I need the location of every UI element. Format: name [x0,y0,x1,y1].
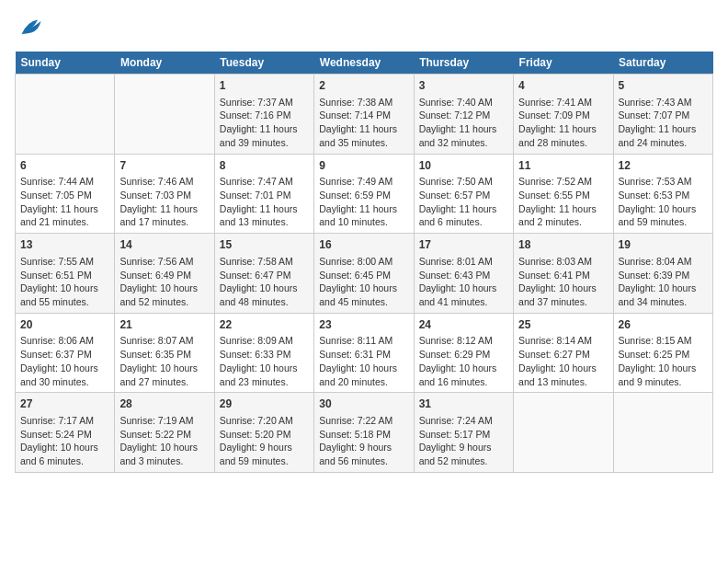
page-header [15,15,713,40]
day-info: Sunset: 7:14 PM [319,109,408,122]
day-info: Sunset: 6:57 PM [419,189,508,202]
day-info: Sunset: 5:22 PM [119,428,209,442]
day-info: Sunset: 6:45 PM [319,269,408,282]
day-info: Daylight: 10 hours and 23 minutes. [220,362,309,388]
day-info: Sunrise: 7:19 AM [119,414,209,428]
calendar-cell: 2Sunrise: 7:38 AMSunset: 7:14 PMDaylight… [314,75,414,155]
day-number: 14 [119,237,209,253]
day-number: 24 [419,317,508,333]
day-number: 21 [119,317,209,333]
day-info: Sunset: 5:18 PM [319,428,408,442]
day-info: Sunrise: 7:47 AM [220,175,309,189]
day-info: Daylight: 10 hours and 59 minutes. [619,202,708,229]
day-number: 31 [419,396,508,412]
header-day-thursday: Thursday [414,52,513,75]
day-info: Daylight: 11 hours and 21 minutes. [20,202,109,229]
day-number: 19 [619,237,708,253]
calendar-cell: 21Sunrise: 8:07 AMSunset: 6:35 PMDayligh… [115,313,214,393]
calendar-cell: 20Sunrise: 8:06 AMSunset: 6:37 PMDayligh… [16,313,115,393]
logo [15,15,44,40]
day-info: Sunrise: 7:58 AM [220,255,309,269]
day-info: Daylight: 10 hours and 13 minutes. [518,362,608,388]
day-info: Sunset: 7:05 PM [20,189,109,202]
day-info: Daylight: 10 hours and 48 minutes. [220,282,309,308]
day-number: 13 [20,237,109,253]
day-info: Sunrise: 7:56 AM [119,255,209,269]
calendar-table: SundayMondayTuesdayWednesdayThursdayFrid… [15,52,713,473]
day-info: Sunset: 6:55 PM [518,189,608,202]
day-number: 29 [220,396,309,412]
calendar-cell: 23Sunrise: 8:11 AMSunset: 6:31 PMDayligh… [314,313,414,393]
day-info: Daylight: 11 hours and 6 minutes. [419,202,508,229]
day-info: Sunrise: 8:12 AM [419,334,508,348]
calendar-cell: 19Sunrise: 8:04 AMSunset: 6:39 PMDayligh… [613,234,712,314]
day-info: Sunset: 5:20 PM [220,428,309,442]
day-info: Sunset: 5:24 PM [20,428,109,442]
calendar-cell: 26Sunrise: 8:15 AMSunset: 6:25 PMDayligh… [613,313,712,393]
day-number: 12 [619,158,708,174]
day-number: 5 [619,78,708,94]
day-number: 4 [518,78,608,94]
calendar-cell: 28Sunrise: 7:19 AMSunset: 5:22 PMDayligh… [115,393,214,473]
day-info: Daylight: 11 hours and 24 minutes. [619,122,708,149]
day-info: Sunrise: 8:09 AM [220,334,309,348]
day-info: Daylight: 10 hours and 37 minutes. [518,282,608,308]
day-info: Daylight: 10 hours and 3 minutes. [119,441,209,467]
day-info: Sunrise: 8:01 AM [419,255,508,269]
day-info: Sunrise: 8:15 AM [619,334,708,348]
day-info: Sunset: 6:41 PM [518,269,608,282]
calendar-cell: 16Sunrise: 8:00 AMSunset: 6:45 PMDayligh… [314,234,414,314]
day-info: Sunset: 7:03 PM [119,189,209,202]
calendar-cell: 11Sunrise: 7:52 AMSunset: 6:55 PMDayligh… [514,154,613,234]
day-info: Daylight: 11 hours and 13 minutes. [220,202,309,229]
day-number: 27 [20,396,109,412]
day-info: Daylight: 11 hours and 28 minutes. [518,122,608,149]
day-number: 26 [619,317,708,333]
day-info: Sunset: 7:16 PM [220,109,309,122]
calendar-cell: 18Sunrise: 8:03 AMSunset: 6:41 PMDayligh… [514,234,613,314]
header-day-tuesday: Tuesday [214,52,313,75]
day-info: Sunrise: 8:04 AM [619,255,708,269]
calendar-cell: 30Sunrise: 7:22 AMSunset: 5:18 PMDayligh… [314,393,414,473]
day-info: Sunset: 6:39 PM [619,269,708,282]
calendar-cell: 22Sunrise: 8:09 AMSunset: 6:33 PMDayligh… [214,313,313,393]
day-info: Daylight: 10 hours and 45 minutes. [319,282,408,308]
day-info: Daylight: 10 hours and 34 minutes. [619,282,708,308]
day-info: Sunrise: 7:38 AM [319,96,408,109]
day-info: Sunset: 6:37 PM [20,348,109,362]
day-info: Sunset: 6:47 PM [220,269,309,282]
day-info: Daylight: 11 hours and 2 minutes. [518,202,608,229]
day-info: Daylight: 10 hours and 20 minutes. [319,362,408,388]
header-day-sunday: Sunday [16,52,115,75]
day-number: 23 [319,317,408,333]
day-info: Daylight: 10 hours and 52 minutes. [119,282,209,308]
calendar-cell: 15Sunrise: 7:58 AMSunset: 6:47 PMDayligh… [214,234,313,314]
day-number: 28 [119,396,209,412]
day-info: Daylight: 9 hours and 52 minutes. [419,441,508,467]
day-info: Sunrise: 8:07 AM [119,334,209,348]
day-number: 9 [319,158,408,174]
day-info: Daylight: 11 hours and 35 minutes. [319,122,408,149]
day-info: Sunrise: 8:03 AM [518,255,608,269]
calendar-cell [613,393,712,473]
calendar-cell: 10Sunrise: 7:50 AMSunset: 6:57 PMDayligh… [414,154,513,234]
calendar-cell: 4Sunrise: 7:41 AMSunset: 7:09 PMDaylight… [514,75,613,155]
day-info: Sunset: 7:07 PM [619,109,708,122]
day-number: 16 [319,237,408,253]
day-number: 10 [419,158,508,174]
calendar-cell [16,75,115,155]
day-info: Sunset: 6:43 PM [419,269,508,282]
day-info: Sunrise: 7:52 AM [518,175,608,189]
day-number: 1 [220,78,309,94]
day-info: Sunset: 6:33 PM [220,348,309,362]
calendar-cell: 13Sunrise: 7:55 AMSunset: 6:51 PMDayligh… [16,234,115,314]
day-info: Daylight: 10 hours and 16 minutes. [419,362,508,388]
day-info: Sunrise: 7:20 AM [220,414,309,428]
day-info: Sunrise: 7:46 AM [119,175,209,189]
day-info: Daylight: 10 hours and 9 minutes. [619,362,708,388]
day-info: Sunrise: 8:00 AM [319,255,408,269]
day-info: Sunset: 6:53 PM [619,189,708,202]
day-info: Sunrise: 7:43 AM [619,96,708,109]
day-info: Sunrise: 8:11 AM [319,334,408,348]
calendar-cell: 14Sunrise: 7:56 AMSunset: 6:49 PMDayligh… [115,234,214,314]
